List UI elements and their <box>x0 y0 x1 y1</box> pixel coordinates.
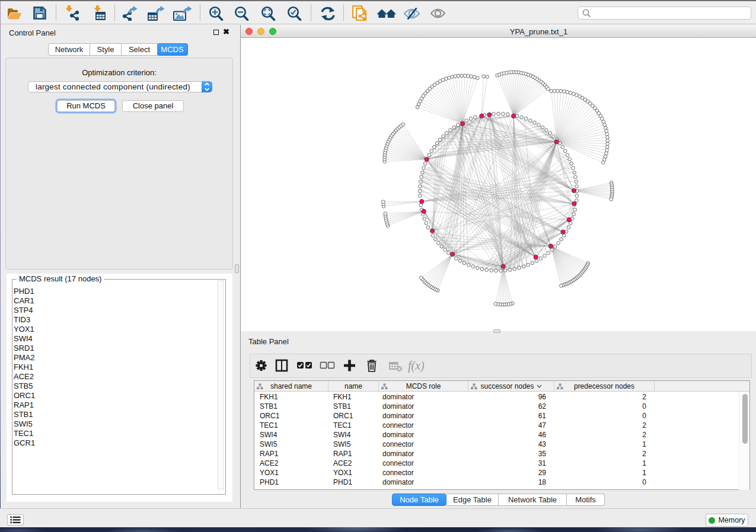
svg-text:f(x): f(x) <box>408 359 425 373</box>
